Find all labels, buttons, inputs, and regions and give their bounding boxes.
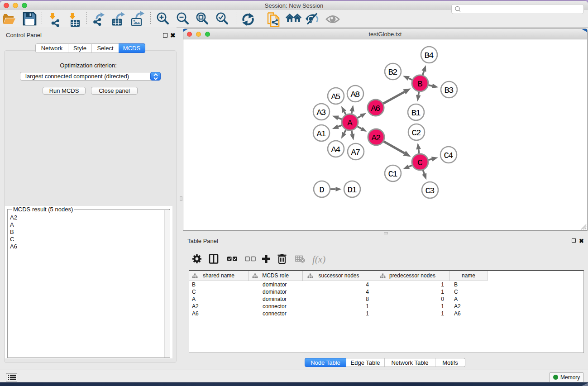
svg-text:C3: C3 [425,186,435,196]
svg-text:A8: A8 [351,90,360,100]
svg-text:C1: C1 [388,169,397,179]
svg-text:A5: A5 [331,92,340,102]
svg-text:A6: A6 [371,104,380,114]
svg-text:B3: B3 [445,86,454,95]
svg-text:A1: A1 [317,129,326,139]
svg-text:C: C [417,158,422,168]
svg-text:A7: A7 [351,148,360,157]
svg-text:C4: C4 [444,151,453,161]
svg-text:D: D [319,185,324,195]
svg-text:A4: A4 [331,145,340,155]
svg-text:A2: A2 [372,133,381,143]
svg-text:A3: A3 [317,108,326,118]
svg-text:B1: B1 [411,108,421,118]
svg-text:C2: C2 [412,128,421,138]
svg-text:D1: D1 [348,185,357,195]
svg-text:B2: B2 [388,67,397,77]
svg-text:B: B [417,79,422,89]
svg-text:B4: B4 [425,51,434,61]
svg-text:f(x): f(x) [312,254,325,265]
